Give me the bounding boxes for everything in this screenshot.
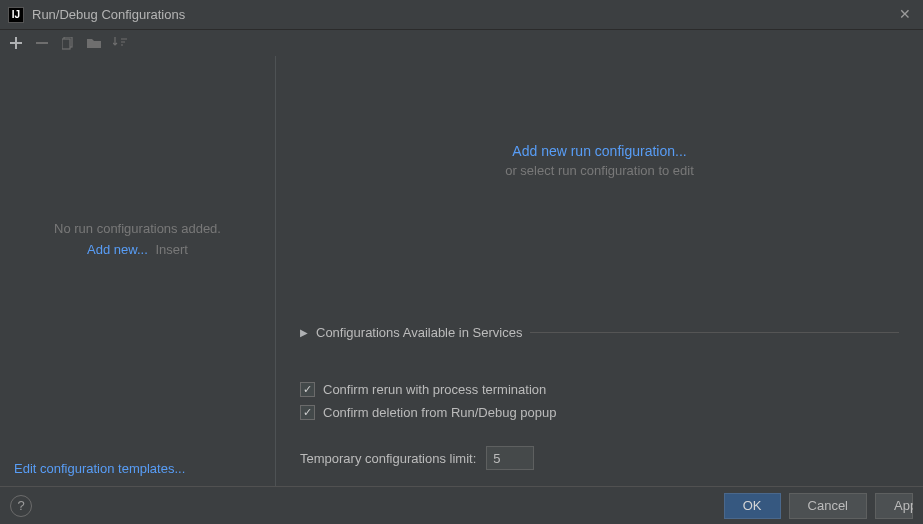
confirm-delete-checkbox[interactable]: ✓ [300,405,315,420]
confirm-delete-row: ✓ Confirm deletion from Run/Debug popup [300,403,899,422]
apply-button[interactable]: Apply [875,493,913,519]
bottom-section: ▶ Configurations Available in Services ✓… [276,325,923,486]
add-new-link[interactable]: Add new... [87,242,148,257]
services-section-header[interactable]: ▶ Configurations Available in Services [300,325,899,340]
add-run-config-link[interactable]: Add new run configuration... [512,143,686,159]
right-empty-state: Add new run configuration... or select r… [276,0,923,325]
select-config-hint: or select run configuration to edit [505,163,694,178]
app-icon: IJ [8,7,24,23]
help-icon[interactable]: ? [10,495,32,517]
footer-buttons: OK Cancel Apply [724,493,913,519]
ok-button[interactable]: OK [724,493,781,519]
add-new-row: Add new... Insert [87,242,188,257]
right-panel: Add new run configuration... or select r… [276,56,923,486]
edit-templates-link[interactable]: Edit configuration templates... [0,451,275,486]
no-configs-text: No run configurations added. [54,221,221,236]
temp-limit-label: Temporary configurations limit: [300,451,476,466]
section-divider [530,332,899,333]
confirm-rerun-checkbox[interactable]: ✓ [300,382,315,397]
add-new-hint: Insert [155,242,188,257]
expand-triangle-icon: ▶ [300,327,308,338]
services-title: Configurations Available in Services [316,325,522,340]
footer: ? OK Cancel Apply [0,486,923,524]
confirm-delete-label: Confirm deletion from Run/Debug popup [323,405,556,420]
confirm-rerun-label: Confirm rerun with process termination [323,382,546,397]
window-title: Run/Debug Configurations [32,7,185,22]
temp-limit-input[interactable] [486,446,534,470]
cancel-button[interactable]: Cancel [789,493,867,519]
confirm-rerun-row: ✓ Confirm rerun with process termination [300,380,899,399]
left-empty-state: No run configurations added. Add new... … [0,26,275,451]
content: No run configurations added. Add new... … [0,56,923,486]
left-panel: No run configurations added. Add new... … [0,56,276,486]
temp-limit-row: Temporary configurations limit: [300,446,899,470]
